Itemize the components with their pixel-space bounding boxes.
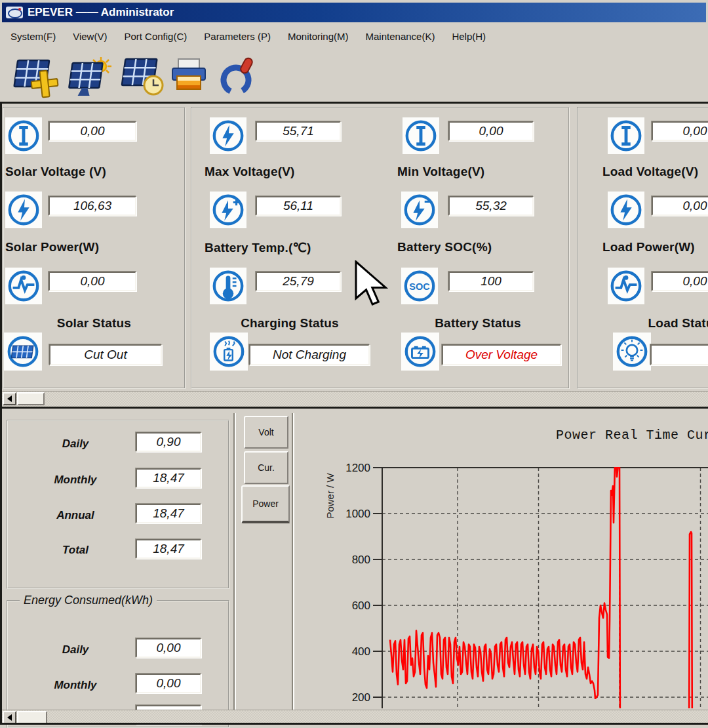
menu-help[interactable]: Help(H) xyxy=(443,31,494,42)
tab-current[interactable]: Cur. xyxy=(244,451,288,484)
toolbar-realtime-button[interactable] xyxy=(115,56,168,101)
battery-soc-field[interactable]: 100 xyxy=(448,272,534,291)
gen-annual-field[interactable]: 18,47 xyxy=(136,504,201,523)
title-bar: EPEVER —— Administrator xyxy=(2,3,706,22)
charging-status-field[interactable]: Not Charging xyxy=(249,344,370,365)
menu-monitoring[interactable]: Monitoring(M) xyxy=(279,31,357,42)
gen-total-label: Total xyxy=(26,544,125,557)
bottom-scrollbar-thumb[interactable] xyxy=(17,711,47,724)
epever-monitor-window: { "titlebar": { "title": "EPEVER —— Admi… xyxy=(0,0,708,728)
charging-status-label: Charging Status xyxy=(198,316,382,331)
svg-text:SOC: SOC xyxy=(409,281,430,292)
battery-status-field[interactable]: Over Voltage xyxy=(442,344,561,365)
battery-status-icon xyxy=(403,334,438,369)
load-voltage-label: Load Voltage(V) xyxy=(602,165,698,179)
toolbar-add-station-button[interactable] xyxy=(9,56,62,101)
tab-volt[interactable]: Volt xyxy=(244,416,288,449)
solar-status-field[interactable]: Cut Out xyxy=(49,344,162,365)
tab-power[interactable]: Power xyxy=(241,485,290,523)
load-status-label: Load Status xyxy=(602,316,708,331)
scroll-left-arrow[interactable] xyxy=(3,392,16,405)
solar-status-label: Solar Status xyxy=(4,316,184,331)
battery-voltage-icon xyxy=(210,118,246,153)
battery-current-field[interactable]: 0,00 xyxy=(448,121,534,141)
gen-total-field[interactable]: 18,47 xyxy=(136,539,201,559)
load-status-field[interactable] xyxy=(650,344,708,365)
energy-consumed-group: Energy Consumed(kWh) Daily 0,00 Monthly … xyxy=(7,600,229,728)
solar-current-field[interactable]: 0,00 xyxy=(49,121,136,141)
battery-current-icon xyxy=(403,118,439,153)
mouse-cursor xyxy=(355,260,389,308)
battery-group: 55,71 Max Voltage(V) 56,11 Battery Temp.… xyxy=(191,107,570,389)
solar-panel-clock-icon xyxy=(115,56,168,98)
gen-monthly-field[interactable]: 18,47 xyxy=(136,468,201,488)
solar-power-field[interactable]: 0,00 xyxy=(49,272,136,291)
toolbar-monitor-station-button[interactable] xyxy=(64,56,114,101)
load-bulb-icon xyxy=(614,334,650,369)
load-voltage-icon xyxy=(608,192,644,228)
left-arrow-icon xyxy=(7,714,12,721)
gen-daily-label: Daily xyxy=(26,437,125,451)
monitor-horizontal-scrollbar[interactable] xyxy=(2,391,708,407)
menu-maintenance[interactable]: Maintenance(K) xyxy=(357,31,444,42)
solar-voltage-label: Solar Voltage (V) xyxy=(5,165,106,179)
load-power-icon xyxy=(608,268,644,304)
solar-panel-status-icon xyxy=(5,334,41,369)
max-voltage-label: Max Voltage(V) xyxy=(205,165,295,179)
cons-daily-label: Daily xyxy=(26,643,125,657)
solar-voltage-field[interactable]: 106,63 xyxy=(49,196,136,216)
svg-text:400: 400 xyxy=(352,645,370,658)
soc-icon: SOC xyxy=(402,268,437,304)
thermometer-icon xyxy=(210,268,246,304)
voltage-icon xyxy=(6,192,41,228)
cons-monthly-field[interactable]: 0,00 xyxy=(136,674,201,693)
menu-parameters[interactable]: Parameters (P) xyxy=(195,31,279,42)
solar-group: 0,00 Solar Voltage (V) 106,63 Solar Powe… xyxy=(3,107,186,389)
toolbar-exit-button[interactable] xyxy=(216,56,258,101)
load-power-label: Load Power(W) xyxy=(602,240,695,254)
solar-panel-add-icon xyxy=(9,56,62,98)
gen-daily-field[interactable]: 0,90 xyxy=(136,432,201,452)
energy-consumed-title: Energy Consumed(kWh) xyxy=(20,594,157,607)
printer-icon xyxy=(169,56,208,98)
toolbar-separator xyxy=(0,102,708,104)
cons-daily-field[interactable]: 0,00 xyxy=(136,638,201,658)
toolbar-print-button[interactable] xyxy=(169,56,208,101)
max-voltage-icon xyxy=(210,192,246,228)
load-power-field[interactable]: 0,00 xyxy=(652,272,708,291)
min-voltage-icon xyxy=(402,192,437,228)
max-voltage-field[interactable]: 56,11 xyxy=(256,196,341,216)
app-logo-icon xyxy=(6,7,23,18)
scrollbar-thumb[interactable] xyxy=(17,392,45,405)
window-left-edge xyxy=(0,102,2,725)
section-divider xyxy=(0,407,708,409)
menu-system[interactable]: System(F) xyxy=(2,31,64,42)
window-title: EPEVER —— Administrator xyxy=(28,6,174,19)
svg-text:200: 200 xyxy=(352,691,370,704)
menu-view[interactable]: View(V) xyxy=(64,31,115,42)
gen-annual-label: Annual xyxy=(26,509,125,522)
svg-text:1000: 1000 xyxy=(345,508,370,520)
svg-text:800: 800 xyxy=(352,554,370,566)
battery-soc-label: Battery SOC(%) xyxy=(397,240,492,254)
solar-power-label: Solar Power(W) xyxy=(5,240,99,254)
min-voltage-field[interactable]: 55,32 xyxy=(448,196,534,216)
battery-temp-field[interactable]: 25,79 xyxy=(256,272,341,291)
power-realtime-chart: 20040060080010001200 xyxy=(288,415,708,710)
battery-status-label: Battery Status xyxy=(386,316,570,331)
gen-monthly-label: Monthly xyxy=(26,474,125,487)
current-icon xyxy=(6,118,41,153)
battery-voltage-field[interactable]: 55,71 xyxy=(256,121,341,141)
load-group: 0,00 Load Voltage(V) 0,00 Load Power(W) … xyxy=(577,107,708,389)
menu-bar: System(F) View(V) Port Config(C) Paramet… xyxy=(2,24,706,49)
svg-text:1200: 1200 xyxy=(345,462,370,474)
load-current-field[interactable]: 0,00 xyxy=(652,121,708,141)
bottom-scroll-left-arrow[interactable] xyxy=(3,711,16,724)
power-off-icon xyxy=(216,56,258,98)
load-voltage-field[interactable]: 0,00 xyxy=(652,196,708,216)
min-voltage-label: Min Voltage(V) xyxy=(397,165,484,179)
power-wave-icon xyxy=(6,268,41,304)
left-arrow-icon xyxy=(7,395,12,402)
solar-panel-sun-icon xyxy=(64,56,114,98)
menu-port-config[interactable]: Port Config(C) xyxy=(115,31,195,42)
